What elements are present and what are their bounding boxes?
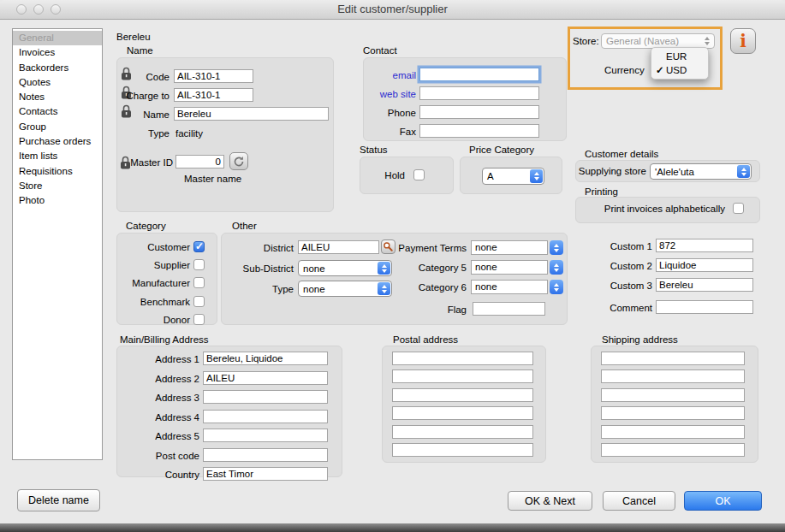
currency-menu-item-usd[interactable]: ✓ USD — [651, 63, 708, 77]
currency-menu-item-eur[interactable]: EUR — [651, 50, 708, 63]
custom1-field[interactable] — [656, 239, 753, 252]
shipping-address-line5[interactable] — [601, 425, 745, 439]
sidebar: General Invoices Backorders Quotes Notes… — [12, 28, 103, 460]
postal-address-line1[interactable] — [392, 352, 533, 365]
supplying-store-label: Supplying store — [565, 166, 646, 176]
custom3-label: Custom 3 — [599, 281, 652, 291]
cancel-button[interactable]: Cancel — [603, 491, 675, 511]
district-field[interactable] — [298, 240, 379, 254]
charge-to-label: Charge to — [118, 91, 169, 101]
sidebar-item-backorders[interactable]: Backorders — [13, 61, 102, 75]
flag-field[interactable] — [473, 302, 545, 316]
phone-field[interactable] — [419, 105, 539, 119]
supplier-checkbox[interactable] — [193, 259, 205, 270]
country-field[interactable] — [203, 467, 328, 481]
status-group-title: Status — [360, 145, 388, 155]
comment-field[interactable] — [656, 300, 753, 314]
sub-district-label: Sub-District — [229, 263, 294, 274]
charge-to-field[interactable] — [174, 88, 253, 102]
shipping-address-line3[interactable] — [601, 388, 745, 402]
country-label: Country — [114, 470, 199, 480]
postal-address-line5[interactable] — [392, 425, 533, 439]
sidebar-item-contacts[interactable]: Contacts — [13, 104, 102, 119]
sub-district-select[interactable]: none — [298, 260, 392, 276]
print-invoices-alphabetically-label: Print invoices alphabetically — [591, 204, 725, 214]
sidebar-item-general[interactable]: General — [13, 31, 102, 45]
sidebar-item-store[interactable]: Store — [13, 179, 102, 193]
checkmark-icon: ✓ — [656, 63, 666, 77]
stepper-up-down-icon — [700, 35, 713, 47]
website-label[interactable]: web site — [348, 89, 416, 99]
category6-select[interactable]: none — [471, 280, 563, 294]
ok-button[interactable]: OK — [684, 491, 762, 511]
stepper-up-down-icon — [530, 169, 543, 183]
sidebar-item-invoices[interactable]: Invoices — [13, 45, 102, 60]
shipping-address-line6[interactable] — [601, 443, 745, 457]
shipping-address-title: Shipping address — [602, 334, 678, 345]
sidebar-item-group[interactable]: Group — [13, 120, 102, 134]
menu-check-slot — [656, 50, 666, 63]
custom2-field[interactable] — [656, 258, 753, 272]
name-label: Name — [118, 109, 169, 120]
master-id-field[interactable] — [175, 155, 224, 168]
post-code-field[interactable] — [203, 448, 328, 462]
fax-field[interactable] — [419, 124, 539, 138]
hold-label: Hold — [355, 170, 405, 180]
address1-field[interactable] — [203, 352, 328, 365]
supplying-store-select[interactable]: 'Alele'uta — [650, 163, 752, 180]
entity-name-header: Bereleu — [116, 32, 151, 42]
shipping-address-line2[interactable] — [601, 369, 745, 383]
ok-and-next-button[interactable]: OK & Next — [508, 491, 592, 511]
address4-field[interactable] — [203, 410, 328, 423]
category5-select[interactable]: none — [471, 260, 563, 275]
customer-label: Customer — [110, 242, 190, 252]
customer-checkbox[interactable] — [193, 241, 205, 252]
price-category-select[interactable]: A — [482, 168, 544, 185]
window-bottom-shadow — [0, 523, 785, 532]
shipping-address-line4[interactable] — [601, 406, 745, 420]
currency-menu: EUR ✓ USD — [651, 47, 709, 80]
sidebar-item-requisitions[interactable]: Requisitions — [13, 164, 102, 179]
billing-address-title: Main/Billing Address — [120, 334, 209, 345]
postal-address-line2[interactable] — [392, 369, 533, 383]
email-label[interactable]: email — [348, 70, 416, 80]
info-button[interactable]: i — [730, 28, 756, 54]
sidebar-item-item-lists[interactable]: Item lists — [13, 149, 102, 163]
sidebar-item-quotes[interactable]: Quotes — [13, 75, 102, 90]
other-type-label: Type — [247, 284, 294, 294]
postal-address-line3[interactable] — [392, 388, 533, 402]
other-type-select[interactable]: none — [298, 281, 392, 297]
sidebar-item-photo[interactable]: Photo — [13, 193, 102, 208]
benchmark-checkbox[interactable] — [193, 296, 205, 307]
manufacturer-checkbox[interactable] — [193, 277, 205, 288]
address3-field[interactable] — [203, 390, 328, 404]
sync-icon — [233, 156, 245, 168]
custom3-field[interactable] — [656, 278, 753, 292]
hold-checkbox[interactable] — [413, 169, 425, 180]
name-field[interactable] — [174, 107, 329, 121]
email-field[interactable] — [419, 68, 539, 81]
stepper-up-down-icon — [378, 262, 390, 275]
printing-title: Printing — [585, 186, 618, 197]
sidebar-item-purchase-orders[interactable]: Purchase orders — [13, 134, 102, 149]
print-invoices-alphabetically-checkbox[interactable] — [733, 203, 744, 214]
sync-master-button[interactable] — [229, 152, 248, 170]
postal-address-line4[interactable] — [392, 406, 533, 420]
delete-name-button[interactable]: Delete name — [17, 489, 100, 511]
postal-address-line6[interactable] — [392, 443, 533, 457]
stepper-up-down-icon — [550, 280, 563, 294]
website-field[interactable] — [419, 86, 539, 100]
search-icon — [383, 241, 394, 252]
category5-label: Category 5 — [394, 263, 467, 273]
stepper-up-down-icon — [550, 260, 563, 275]
sidebar-item-notes[interactable]: Notes — [13, 90, 102, 104]
shipping-address-line1[interactable] — [601, 352, 745, 365]
stepper-up-down-icon — [550, 240, 563, 255]
donor-checkbox[interactable] — [193, 314, 205, 325]
address2-field[interactable] — [203, 371, 328, 385]
payment-terms-select[interactable]: none — [471, 240, 563, 255]
address5-field[interactable] — [203, 429, 328, 442]
category6-label: Category 6 — [394, 282, 467, 293]
titlebar: Edit customer/supplier — [0, 0, 785, 20]
code-field[interactable] — [174, 69, 253, 83]
